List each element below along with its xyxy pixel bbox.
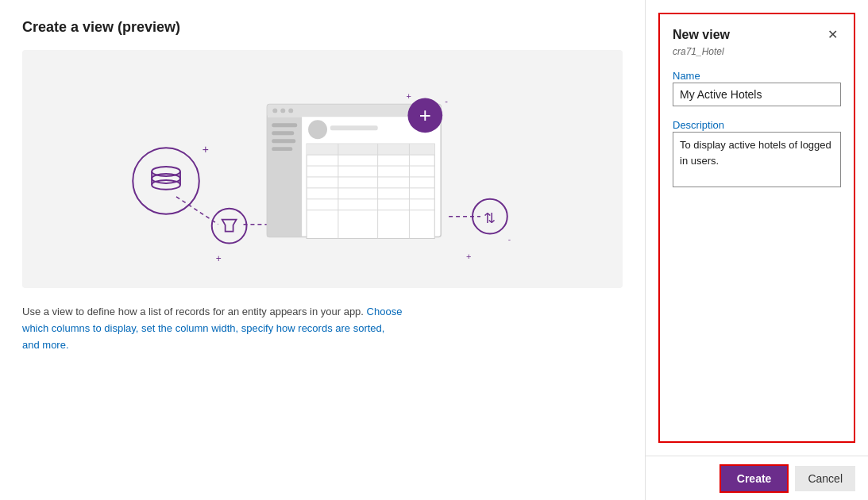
svg-rect-17 <box>272 123 297 127</box>
description-text: Use a view to define how a list of recor… <box>22 304 403 353</box>
svg-point-4 <box>133 148 199 214</box>
entity-name: cra71_Hotel <box>673 46 841 57</box>
cancel-button[interactable]: Cancel <box>795 466 855 491</box>
svg-point-40 <box>473 199 507 234</box>
description-highlight: Choose which columns to display, set the… <box>22 306 402 351</box>
left-panel: Create a view (preview) <box>0 0 646 500</box>
svg-marker-39 <box>222 220 237 232</box>
svg-rect-19 <box>272 139 295 143</box>
svg-text:+: + <box>216 253 222 264</box>
svg-rect-24 <box>307 144 434 155</box>
description-textarea[interactable] <box>673 132 841 187</box>
svg-rect-18 <box>272 131 294 135</box>
svg-point-21 <box>308 120 327 139</box>
svg-point-15 <box>288 108 293 113</box>
svg-rect-12 <box>267 104 441 117</box>
name-input[interactable] <box>673 83 841 106</box>
svg-text:+: + <box>406 91 411 101</box>
svg-point-34 <box>407 98 442 133</box>
illustration-box: + <box>22 50 623 288</box>
close-button[interactable]: ✕ <box>824 27 841 43</box>
svg-rect-23 <box>307 144 434 238</box>
svg-text:+: + <box>203 143 209 156</box>
create-button[interactable]: Create <box>719 464 789 493</box>
main-container: Create a view (preview) <box>0 0 868 500</box>
svg-rect-16 <box>267 117 302 237</box>
right-panel: New view ✕ cra71_Hotel Name Description … <box>646 0 868 500</box>
svg-rect-20 <box>272 147 292 151</box>
footer-bar: Create Cancel <box>646 456 868 500</box>
svg-point-8 <box>152 180 180 190</box>
svg-text:+: + <box>419 104 431 126</box>
new-view-header: New view ✕ <box>673 27 841 43</box>
svg-line-0 <box>176 197 218 225</box>
svg-point-13 <box>272 108 277 113</box>
page-title: Create a view (preview) <box>22 19 623 36</box>
svg-text:⇅: ⇅ <box>484 210 496 226</box>
svg-point-5 <box>152 167 180 176</box>
new-view-title: New view <box>673 28 730 42</box>
svg-point-9 <box>152 174 180 183</box>
new-view-box: New view ✕ cra71_Hotel Name Description <box>658 13 855 443</box>
svg-rect-11 <box>267 104 441 237</box>
svg-text:+: + <box>466 252 471 261</box>
svg-point-38 <box>212 209 247 244</box>
svg-rect-22 <box>330 125 378 130</box>
svg-point-14 <box>280 108 285 113</box>
name-label: Name <box>673 70 700 82</box>
svg-text:-: - <box>508 235 511 244</box>
svg-text:-: - <box>445 96 448 106</box>
description-label: Description <box>673 119 724 131</box>
